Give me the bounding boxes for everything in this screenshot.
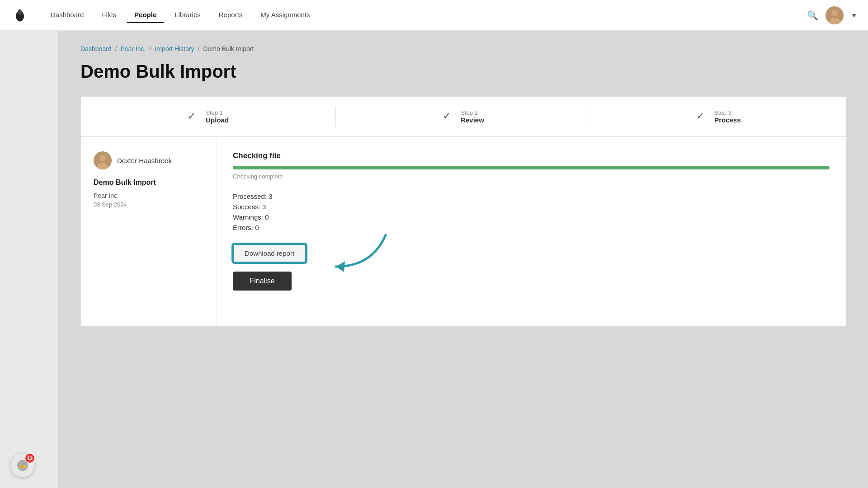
step-2-check-icon: ✓ [443,110,455,123]
nav-dashboard[interactable]: Dashboard [43,7,91,23]
main-container: Dashboard / Pear Inc. / Import History /… [0,31,868,488]
step-2: ✓ Step 2 Review [336,106,591,127]
breadcrumb: Dashboard / Pear Inc. / Import History /… [80,45,846,52]
left-rail [0,31,59,488]
stats-list: Processed: 3 Success: 3 Warnings: 0 Erro… [233,192,830,231]
stat-warnings: Warnings: 0 [233,213,830,221]
info-avatar [94,151,112,169]
page-title: Demo Bulk Import [80,61,846,82]
step-1-label: Step 1 [206,109,229,116]
step-2-label: Step 2 [461,109,484,116]
step-3: ✓ Step 3 Process [591,106,846,127]
step-3-name: Process [714,116,741,124]
breadcrumb-dashboard[interactable]: Dashboard [80,45,112,52]
info-username: Dexter Haasbroek [117,157,172,164]
curved-arrow-icon [313,230,395,289]
navbar: Dashboard Files People Libraries Reports… [0,0,868,31]
nav-libraries[interactable]: Libraries [167,7,208,23]
arrow-annotation [313,230,395,291]
search-icon[interactable]: 🔍 [807,10,818,21]
app-logo[interactable] [11,6,29,24]
stat-errors: Errors: 0 [233,224,830,231]
info-company: Pear Inc. [94,192,203,199]
breadcrumb-current: Demo Bulk Import [203,45,254,52]
nav-people[interactable]: People [127,7,164,23]
progress-bar [233,166,830,169]
bottom-panel: Dexter Haasbroek Demo Bulk Import Pear I… [80,137,846,327]
notification-count: 12 [25,454,34,463]
page-content: Dashboard / Pear Inc. / Import History /… [59,31,868,488]
nav-my-assignments[interactable]: My Assignments [253,7,317,23]
info-import-name: Demo Bulk Import [94,178,203,187]
step-1-check-icon: ✓ [188,110,200,123]
finalise-button[interactable]: Finalise [233,272,292,291]
nav-right: 🔍 ▼ [807,6,857,24]
svg-marker-8 [336,261,345,272]
svg-text:✍: ✍ [19,462,26,469]
nav-links: Dashboard Files People Libraries Reports… [43,7,807,23]
step-3-check-icon: ✓ [696,110,709,123]
notification-badge[interactable]: ✍ 12 [11,454,34,477]
process-panel: Checking file Checking complete Processe… [217,137,846,326]
breadcrumb-pear-inc[interactable]: Pear Inc. [120,45,146,52]
steps-bar: ✓ Step 1 Upload ✓ Step 2 Review ✓ Step 3… [80,96,846,137]
svg-point-6 [99,155,106,161]
user-menu-chevron[interactable]: ▼ [851,12,857,19]
stat-success: Success: 3 [233,203,830,211]
breadcrumb-sep-2: / [149,45,151,52]
step-1-name: Upload [206,116,229,124]
breadcrumb-import-history[interactable]: Import History [155,45,194,52]
download-report-container: Download report [233,244,306,263]
info-date: 03 Sep 2024 [94,201,203,208]
download-report-button[interactable]: Download report [233,244,306,263]
breadcrumb-sep-3: / [198,45,199,52]
user-avatar[interactable] [826,6,844,24]
stat-processed: Processed: 3 [233,192,830,200]
svg-point-3 [831,10,838,16]
progress-bar-fill [233,166,830,169]
info-panel: Dexter Haasbroek Demo Bulk Import Pear I… [81,137,217,326]
info-user: Dexter Haasbroek [94,151,203,169]
breadcrumb-sep-1: / [115,45,117,52]
nav-reports[interactable]: Reports [212,7,250,23]
step-1: ✓ Step 1 Upload [81,106,336,127]
step-3-label: Step 3 [714,109,741,116]
step-2-name: Review [461,116,484,124]
nav-files[interactable]: Files [94,7,123,23]
checking-complete-text: Checking complete [233,173,830,180]
checking-label: Checking file [233,151,830,160]
